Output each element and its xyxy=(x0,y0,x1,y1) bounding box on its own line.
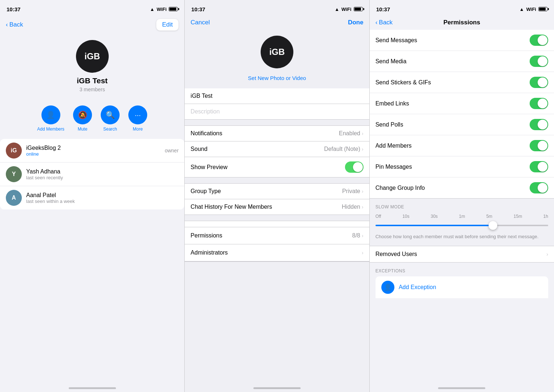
slow-mode-slider[interactable] xyxy=(376,222,548,229)
set-photo-button[interactable]: Set New Photo or Video xyxy=(248,75,306,81)
slow-mode-section: SLOW MODE Off 10s 30s 1m 5m 15m 1h Choos… xyxy=(370,198,554,246)
page-title-3: Permissions xyxy=(443,19,480,26)
slow-label-1m: 1m xyxy=(459,214,465,219)
sound-label: Sound xyxy=(190,146,207,152)
chevron-icon-perms: › xyxy=(362,233,364,239)
administrators-row[interactable]: Administrators › xyxy=(185,244,369,261)
chevron-icon-removed: › xyxy=(546,251,548,257)
chat-history-row[interactable]: Chat History For New Members Hidden › xyxy=(185,199,369,215)
add-exception-icon: 👤 xyxy=(381,281,394,294)
search-label: Search xyxy=(103,127,117,132)
perm-send-messages[interactable]: Send Messages xyxy=(370,30,554,51)
chat-history-label: Chat History For New Members xyxy=(190,204,272,210)
wifi-icon-2: WiFi xyxy=(341,7,351,12)
add-exception-label: Add Exception xyxy=(399,284,436,291)
preview-row[interactable]: Show Preview xyxy=(185,157,369,177)
exceptions-title: EXCEPTIONS xyxy=(376,268,548,273)
slow-mode-description: Choose how long each member must wait be… xyxy=(376,233,548,240)
perm-send-media[interactable]: Send Media xyxy=(370,51,554,72)
status-time-1: 10:37 xyxy=(7,6,20,12)
description-field[interactable]: Description xyxy=(185,104,369,120)
toggle-change-group-info[interactable] xyxy=(530,182,548,193)
panel-group-info: 10:37 ▲ WiFi ‹ Back Edit iGB iGB Test 3 … xyxy=(0,0,184,392)
nav-bar-1: ‹ Back Edit xyxy=(0,16,184,34)
toggle-send-stickers[interactable] xyxy=(530,77,548,88)
mute-button[interactable]: 🔕 Mute xyxy=(73,105,92,132)
perm-send-stickers[interactable]: Send Stickers & GIFs xyxy=(370,72,554,93)
sound-row[interactable]: Sound Default (Note) › xyxy=(185,141,369,157)
group-avatar[interactable]: iGB xyxy=(76,40,109,73)
removed-users-label: Removed Users xyxy=(376,251,417,257)
slow-label-1h: 1h xyxy=(543,214,548,219)
chevron-left-icon-1: ‹ xyxy=(6,21,8,28)
exceptions-section: EXCEPTIONS 👤 Add Exception xyxy=(370,263,554,301)
group-form: iGB Test Description xyxy=(185,88,369,120)
slider-thumb[interactable] xyxy=(489,221,497,230)
cancel-button[interactable]: Cancel xyxy=(190,19,210,26)
notifications-value: Enabled › xyxy=(339,130,363,137)
signal-icon-3: ▲ xyxy=(519,7,524,12)
slow-label-15m: 15m xyxy=(514,214,522,219)
permissions-row[interactable]: Permissions 8/8 › xyxy=(185,227,369,244)
search-button[interactable]: 🔍 Search xyxy=(101,105,120,132)
add-members-button[interactable]: 👤 Add Members xyxy=(37,105,64,132)
photo-section: iGB Set New Photo or Video xyxy=(185,30,369,85)
list-item[interactable]: Y Yash Adhana last seen recently xyxy=(0,163,184,186)
chat-history-value: Hidden › xyxy=(342,204,363,210)
chevron-icon-type: › xyxy=(362,188,364,194)
permissions-label: Permissions xyxy=(190,232,222,239)
notifications-row[interactable]: Notifications Enabled › xyxy=(185,126,369,141)
perm-pin-messages[interactable]: Pin Messages xyxy=(370,156,554,177)
preview-label: Show Preview xyxy=(190,164,227,171)
action-buttons-bar: 👤 Add Members 🔕 Mute 🔍 Search ··· More xyxy=(0,100,184,139)
perm-add-members[interactable]: Add Members xyxy=(370,135,554,156)
removed-users-row[interactable]: Removed Users › xyxy=(370,246,554,263)
permissions-section: Permissions 8/8 › Administrators › xyxy=(185,221,369,262)
list-item[interactable]: iG iGeeksBlog 2 online owner xyxy=(0,139,184,163)
done-button[interactable]: Done xyxy=(348,19,364,26)
panel-edit-group: 10:37 ▲ WiFi Cancel Done iGB Set New Pho… xyxy=(185,0,369,392)
add-exception-row[interactable]: 👤 Add Exception xyxy=(376,276,548,298)
toggle-send-media[interactable] xyxy=(530,56,548,67)
member-status-2: last seen recently xyxy=(26,175,178,180)
toggle-add-members[interactable] xyxy=(530,140,548,151)
member-status-3: last seen within a week xyxy=(26,199,178,204)
group-type-value: Private › xyxy=(342,188,363,195)
member-name-3: Aanal Patel xyxy=(26,192,178,199)
preview-toggle[interactable] xyxy=(345,161,364,173)
member-role-1: owner xyxy=(165,148,178,153)
toggle-send-messages[interactable] xyxy=(530,35,548,46)
group-profile: iGB iGB Test 3 members xyxy=(0,34,184,100)
perm-embed-links[interactable]: Embed Links xyxy=(370,93,554,114)
slow-label-10s: 10s xyxy=(402,214,409,219)
chevron-icon-history: › xyxy=(362,204,364,210)
battery-icon-2 xyxy=(354,7,363,11)
toggle-thumb xyxy=(353,162,363,172)
home-indicator-3 xyxy=(370,380,554,392)
status-bar-2: 10:37 ▲ WiFi xyxy=(185,0,369,16)
avatar-yash: Y xyxy=(6,166,22,182)
slow-mode-labels: Off 10s 30s 1m 5m 15m 1h xyxy=(376,214,548,219)
back-button-1[interactable]: ‹ Back xyxy=(6,21,23,28)
perm-change-group-info[interactable]: Change Group Info xyxy=(370,177,554,198)
notification-settings: Notifications Enabled › Sound Default (N… xyxy=(185,125,369,177)
toggle-send-polls[interactable] xyxy=(530,119,548,130)
group-type-row[interactable]: Group Type Private › xyxy=(185,184,369,199)
group-name: iGB Test xyxy=(77,76,108,85)
status-time-3: 10:37 xyxy=(376,6,390,12)
permissions-badge: 8/8 › xyxy=(352,232,364,239)
group-type-label: Group Type xyxy=(190,188,221,195)
edit-button[interactable]: Edit xyxy=(156,19,178,31)
perm-send-polls[interactable]: Send Polls xyxy=(370,114,554,135)
avatar-igeeksblog: iG xyxy=(6,143,22,159)
home-bar-3 xyxy=(438,387,485,389)
group-member-count: 3 members xyxy=(80,87,105,92)
group-name-field[interactable]: iGB Test xyxy=(185,88,369,104)
slow-label-30s: 30s xyxy=(431,214,438,219)
list-item[interactable]: A Aanal Patel last seen within a week xyxy=(0,186,184,209)
more-button[interactable]: ··· More xyxy=(128,105,147,132)
back-button-3[interactable]: ‹ Back xyxy=(376,19,393,26)
toggle-embed-links[interactable] xyxy=(530,98,548,109)
group-avatar-edit[interactable]: iGB xyxy=(261,36,293,68)
toggle-pin-messages[interactable] xyxy=(530,161,548,172)
